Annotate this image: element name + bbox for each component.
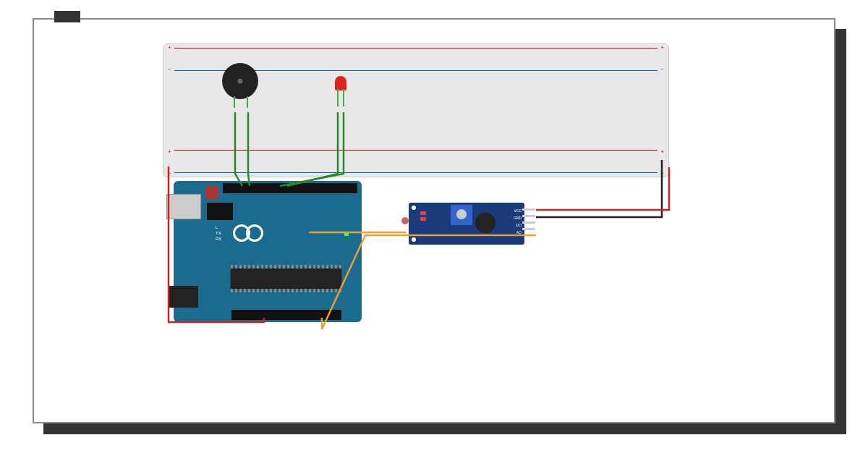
circuit-canvas[interactable]: + − + − + − + − // will be populated by … xyxy=(33,18,835,423)
file-tab[interactable] xyxy=(54,11,80,22)
wires xyxy=(33,18,835,423)
